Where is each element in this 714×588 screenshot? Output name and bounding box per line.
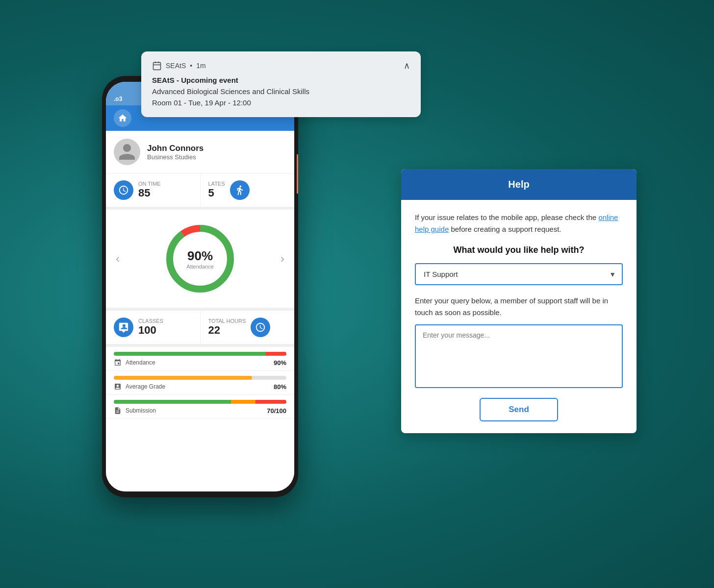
clock-icon <box>118 185 129 196</box>
lates-stat: Lates 5 <box>201 173 295 207</box>
avatar-icon <box>117 142 137 162</box>
notification-time: 1m <box>196 62 205 70</box>
attendance-progress-item: Attendance 90% <box>106 347 294 371</box>
profile-section: John Connors Business Studies <box>106 131 294 173</box>
on-time-text: On Time 85 <box>138 181 161 199</box>
classes-icon <box>118 322 129 333</box>
notification-app-info: SEAtS • 1m <box>152 61 206 71</box>
grade-progress-item: Average Grade 80% <box>106 371 294 395</box>
notification-dot: • <box>190 62 192 70</box>
profile-subject: Business Studies <box>147 153 204 161</box>
phone-screen: .o3 ▭ ⚙ <box>106 82 294 491</box>
submission-progress-info: Submission 70/100 <box>114 407 286 415</box>
attendance-bar <box>114 352 286 356</box>
lates-text: Lates 5 <box>208 181 225 199</box>
submission-bar-orange <box>231 400 255 404</box>
attendance-bar-green <box>114 352 266 356</box>
attendance-section: ‹ 90% Attendance › <box>106 210 294 311</box>
on-time-value: 85 <box>138 187 161 199</box>
calendar-icon <box>152 61 162 71</box>
help-header: Help <box>401 169 637 200</box>
grade-info-left: Average Grade <box>114 383 165 391</box>
lates-icon-circle <box>230 180 250 200</box>
total-hours-stat: Total Hours 22 <box>201 311 295 344</box>
total-hours-label: Total Hours <box>208 318 246 324</box>
grade-icon <box>114 383 122 391</box>
hours-icon-circle <box>251 318 270 337</box>
attendance-icon <box>114 359 122 367</box>
grade-bar-track <box>114 376 286 380</box>
help-select-wrapper: IT Support General Enquiry Technical Iss… <box>415 263 623 285</box>
notification-title: SEAtS - Upcoming event <box>152 76 410 84</box>
prev-arrow[interactable]: ‹ <box>111 247 125 270</box>
home-button[interactable] <box>114 109 131 127</box>
submission-progress-item: Submission 70/100 <box>106 395 294 419</box>
submission-info-left: Submission <box>114 407 156 415</box>
help-message-input[interactable] <box>415 324 623 388</box>
classes-row: Classes 100 Total Hours 22 <box>106 311 294 347</box>
attendance-progress-label: Attendance <box>126 359 155 366</box>
help-title: Help <box>411 179 627 190</box>
svg-rect-0 <box>153 62 161 70</box>
grade-progress-info: Average Grade 80% <box>114 383 286 391</box>
on-time-label: On Time <box>138 181 161 187</box>
submission-bar-green <box>114 400 231 404</box>
home-icon <box>118 113 128 123</box>
classes-value: 100 <box>138 324 163 337</box>
phone-device: .o3 ▭ ⚙ <box>102 76 298 497</box>
donut-label: Attendance <box>186 264 214 270</box>
grade-progress-label: Average Grade <box>126 383 165 390</box>
classes-label: Classes <box>138 318 163 324</box>
help-question: What would you like help with? <box>415 245 623 255</box>
classes-icon-circle <box>114 318 133 337</box>
profile-name: John Connors <box>147 144 204 153</box>
next-arrow[interactable]: › <box>276 247 289 270</box>
lates-label: Lates <box>208 181 225 187</box>
progress-section: Attendance 90% A <box>106 347 294 491</box>
donut-percent: 90% <box>186 248 214 264</box>
notification-collapse-btn[interactable]: ∧ <box>404 60 410 71</box>
runner-icon <box>234 185 245 196</box>
help-intro: If your issue relates to the mobile app,… <box>415 212 623 235</box>
submission-progress-label: Submission <box>126 407 156 414</box>
classes-stat: Classes 100 <box>106 311 201 344</box>
status-time: .o3 <box>114 96 122 102</box>
attendance-donut: 90% Attendance <box>161 220 239 298</box>
donut-center: 90% Attendance <box>186 248 214 270</box>
attendance-progress-value: 90% <box>274 359 286 367</box>
avatar <box>114 139 140 165</box>
total-hours-value: 22 <box>208 324 246 337</box>
submission-bar-red <box>255 400 286 404</box>
help-topic-select[interactable]: IT Support General Enquiry Technical Iss… <box>415 263 623 285</box>
attendance-info-left: Attendance <box>114 359 155 367</box>
grade-bar-fill <box>114 376 252 380</box>
on-time-stat: On Time 85 <box>106 173 201 207</box>
submission-icon <box>114 407 122 415</box>
help-send-button[interactable]: Send <box>480 398 558 421</box>
classes-text: Classes 100 <box>138 318 163 337</box>
on-time-icon-circle <box>114 180 133 200</box>
help-body: If your issue relates to the mobile app,… <box>401 200 637 433</box>
submission-progress-value: 70/100 <box>267 407 286 415</box>
notification-popup: SEAtS • 1m ∧ SEAtS - Upcoming event Adva… <box>141 51 421 117</box>
attendance-progress-info: Attendance 90% <box>114 359 286 367</box>
notification-body: Advanced Biological Sciences and Clinica… <box>152 86 410 108</box>
phone-accent-bar <box>297 154 298 194</box>
help-panel: Help If your issue relates to the mobile… <box>401 169 637 433</box>
grade-progress-value: 80% <box>274 383 286 391</box>
attendance-bar-red <box>266 352 286 356</box>
total-hours-text: Total Hours 22 <box>208 318 246 337</box>
stats-row: On Time 85 Lates 5 <box>106 173 294 210</box>
notification-app-name: SEAtS <box>166 62 186 70</box>
lates-value: 5 <box>208 187 225 199</box>
profile-info: John Connors Business Studies <box>147 144 204 161</box>
help-query-label: Enter your query below, a member of supp… <box>415 295 623 318</box>
hours-clock-icon <box>255 322 266 333</box>
submission-bar <box>114 400 286 404</box>
